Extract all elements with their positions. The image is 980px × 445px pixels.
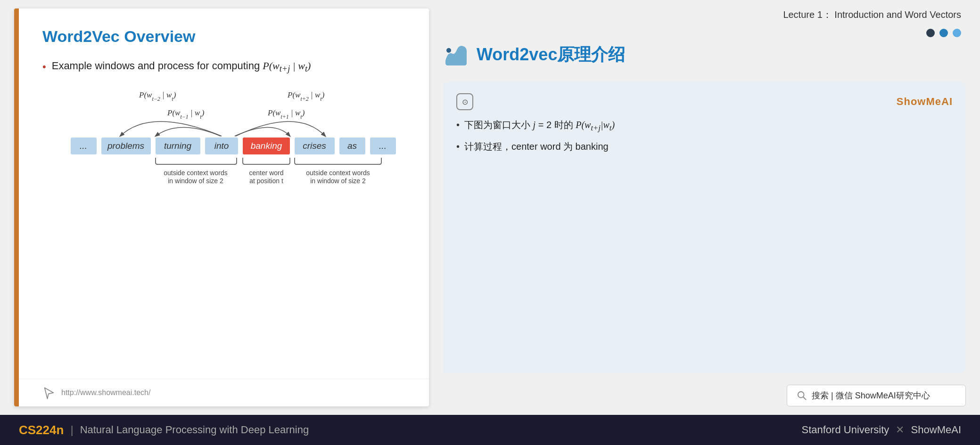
search-bar-row: 搜索 | 微信 ShowMeAI研究中心: [443, 373, 966, 406]
ai-icon: ⊙: [456, 93, 473, 110]
svg-text:P(wt−2 | wt): P(wt−2 | wt): [139, 90, 176, 102]
svg-text:center word: center word: [249, 169, 283, 177]
stanford-text: Stanford University: [802, 424, 889, 436]
ann-dot-1: •: [456, 120, 460, 130]
bottom-right: Stanford University ✕ ShowMeAI: [802, 424, 962, 436]
annotation-card: ⊙ ShowMeAI • 下图为窗口大小 j = 2 时的 P(wt+j|wt)…: [443, 82, 966, 373]
showmeai-bottom: ShowMeAI: [911, 424, 961, 436]
math-formula: P(wt+j | wt): [263, 60, 311, 72]
svg-text:problems: problems: [107, 141, 145, 151]
annotation-bullet-1: • 下图为窗口大小 j = 2 时的 P(wt+j|wt): [456, 119, 953, 133]
slide-footer: http://www.showmeai.tech/: [19, 379, 429, 406]
svg-text:crises: crises: [303, 141, 326, 151]
lecture-header: Lecture 1： Introduction and Word Vectors: [443, 8, 966, 21]
annotation-header: ⊙ ShowMeAI: [456, 93, 953, 110]
svg-point-26: [446, 48, 451, 53]
svg-text:P(wt+1 | wt): P(wt+1 | wt): [267, 108, 305, 120]
svg-text:outside context words: outside context words: [306, 169, 370, 177]
bottom-divider: |: [70, 423, 73, 437]
svg-text:as: as: [347, 141, 357, 151]
bottom-left: CS224n | Natural Language Processing wit…: [19, 423, 309, 437]
bullet-text: Example windows and process for computin…: [52, 60, 311, 74]
cursor-icon: [42, 386, 56, 399]
svg-text:in window of size 2: in window of size 2: [310, 177, 366, 185]
annotation-text-1: 下图为窗口大小 j = 2 时的 P(wt+j|wt): [464, 119, 615, 133]
footer-url: http://www.showmeai.tech/: [61, 388, 150, 397]
svg-text:outside context words: outside context words: [164, 169, 227, 177]
dot-2: [939, 29, 948, 37]
course-title: Natural Language Processing with Deep Le…: [80, 424, 309, 436]
bullet-dot: •: [42, 61, 46, 73]
slide-title: Word2Vec Overview: [42, 27, 405, 46]
dot-3: [953, 29, 961, 37]
svg-text:at position t: at position t: [249, 177, 283, 185]
svg-point-27: [798, 392, 804, 398]
svg-text:in window of size 2: in window of size 2: [168, 177, 223, 185]
word2vec-diagram: P(wt−2 | wt) P(wt+2 | wt) P(wt−1 | wt) P…: [47, 83, 401, 215]
cs224n-label: CS224n: [19, 423, 64, 437]
svg-line-28: [803, 397, 806, 400]
right-panel: Lecture 1： Introduction and Word Vectors…: [438, 0, 980, 415]
annotation-bullet-2: • 计算过程，center word 为 banking: [456, 140, 953, 153]
diagram-area: P(wt−2 | wt) P(wt+2 | wt) P(wt−1 | wt) P…: [42, 83, 405, 215]
annotation-text-2: 计算过程，center word 为 banking: [464, 140, 609, 153]
x-separator: ✕: [896, 424, 904, 436]
word2vec-icon: [443, 42, 469, 68]
bottom-bar: CS224n | Natural Language Processing wit…: [0, 415, 980, 445]
showmeai-brand: ShowMeAI: [897, 96, 953, 108]
svg-text:banking: banking: [251, 141, 282, 151]
right-title: Word2vec原理介绍: [477, 43, 625, 66]
svg-text:P(wt−1 | wt): P(wt−1 | wt): [167, 108, 205, 120]
dot-1: [926, 29, 935, 37]
word2vec-header: Word2vec原理介绍: [443, 42, 966, 68]
search-bar[interactable]: 搜索 | 微信 ShowMeAI研究中心: [787, 385, 966, 406]
slide-panel: Word2Vec Overview • Example windows and …: [14, 8, 429, 406]
ann-dot-2: •: [456, 141, 460, 152]
svg-text:...: ...: [379, 141, 387, 151]
search-icon: [797, 390, 807, 401]
svg-text:P(wt+2 | wt): P(wt+2 | wt): [287, 90, 325, 102]
search-text: 搜索 | 微信 ShowMeAI研究中心: [812, 390, 930, 401]
svg-text:into: into: [214, 141, 229, 151]
slide-bullet: • Example windows and process for comput…: [42, 60, 405, 74]
svg-text:...: ...: [80, 141, 87, 151]
dots-row: [443, 29, 966, 37]
svg-text:turning: turning: [164, 141, 192, 151]
